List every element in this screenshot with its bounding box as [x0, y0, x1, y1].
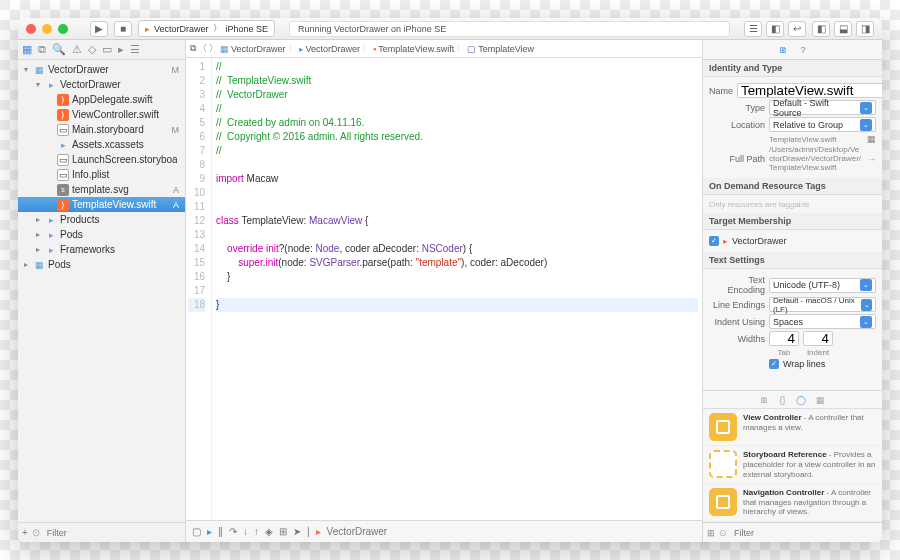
editor-area: ⧉ 〈 〉 ▦VectorDrawer〉 ▸VectorDrawer〉 ▪Tem… — [186, 40, 702, 542]
tree-row[interactable]: ⟩TemplateView.swiftA — [18, 197, 185, 212]
report-nav-icon[interactable]: ☰ — [130, 43, 140, 56]
name-input[interactable] — [737, 83, 882, 98]
media-library-icon[interactable]: ▦ — [816, 395, 825, 405]
step-over-icon[interactable]: ↷ — [229, 526, 237, 537]
back-icon[interactable]: 〈 — [198, 42, 207, 55]
editor-assistant-icon[interactable]: ◧ — [766, 21, 784, 37]
grid-icon[interactable]: ⊞ — [707, 528, 715, 538]
library-bottom: ⊞ ⊙ — [703, 522, 882, 542]
tree-row[interactable]: ▸▸Frameworks — [18, 242, 185, 257]
code-editor[interactable]: 123456789101112131415161718 // // Templa… — [186, 58, 702, 520]
folder-icon[interactable]: ▦ — [867, 134, 876, 144]
target-checkbox[interactable]: ✓ — [709, 236, 719, 246]
symbol-nav-icon[interactable]: ⧉ — [38, 43, 46, 56]
target-header: Target Membership — [703, 213, 882, 230]
file-template-icon[interactable]: 🗎 — [760, 395, 769, 405]
tree-row[interactable]: ▾▸VectorDrawer — [18, 77, 185, 92]
editor-version-icon[interactable]: ↩ — [788, 21, 806, 37]
ondemand-header: On Demand Resource Tags — [703, 178, 882, 195]
bp-nav-icon[interactable]: ▸ — [118, 43, 124, 56]
add-icon[interactable]: + — [22, 527, 28, 538]
indent-width-input[interactable] — [803, 331, 833, 346]
filter-icon[interactable]: ⊙ — [719, 528, 727, 538]
encoding-select[interactable]: Unicode (UTF-8)⌄ — [769, 278, 876, 293]
lib-filter-input[interactable] — [731, 525, 878, 540]
encoding-label: Text Encoding — [709, 275, 765, 295]
object-library-icon[interactable]: ◯ — [796, 395, 806, 405]
debug-target[interactable]: VectorDrawer — [327, 526, 388, 537]
stop-button[interactable]: ■ — [114, 21, 132, 37]
code-snippet-icon[interactable]: {} — [779, 395, 785, 405]
location-icon[interactable]: ➤ — [293, 526, 301, 537]
indent-select[interactable]: Spaces⌄ — [769, 314, 876, 329]
project-nav-icon[interactable]: ▦ — [22, 43, 32, 56]
help-insp-icon[interactable]: ? — [800, 45, 805, 55]
toggle-insp-icon[interactable]: ◨ — [856, 21, 874, 37]
toggle-nav-icon[interactable]: ◧ — [812, 21, 830, 37]
close-icon[interactable] — [26, 24, 36, 34]
step-out-icon[interactable]: ↑ — [254, 526, 259, 537]
tree-row[interactable]: ▸Assets.xcassets — [18, 137, 185, 152]
arrow-icon[interactable]: → — [867, 154, 876, 164]
project-tree[interactable]: ▾▦VectorDrawerM▾▸VectorDrawer⟩AppDelegat… — [18, 60, 185, 522]
wrap-label: Wrap lines — [783, 359, 825, 369]
tree-row[interactable]: ▭LaunchScreen.storyboard — [18, 152, 185, 167]
jump-seg-3[interactable]: TemplateView — [478, 44, 534, 54]
tree-row[interactable]: ▾▦VectorDrawerM — [18, 62, 185, 77]
type-label: Type — [709, 103, 765, 113]
type-select[interactable]: Default - Swift Source⌄ — [769, 100, 876, 115]
main-area: ▦ ⧉ 🔍 ⚠ ◇ ▭ ▸ ☰ ▾▦VectorDrawerM▾▸VectorD… — [18, 40, 882, 542]
step-in-icon[interactable]: ↓ — [243, 526, 248, 537]
toggle-debug-icon[interactable]: ⬓ — [834, 21, 852, 37]
fullpath-label: Full Path — [709, 154, 765, 164]
wrap-checkbox[interactable]: ✓ — [769, 359, 779, 369]
zoom-icon[interactable] — [58, 24, 68, 34]
file-insp-icon[interactable]: 🗎 — [779, 45, 788, 55]
toggle-debug-icon[interactable]: ▢ — [192, 526, 201, 537]
tree-row[interactable]: stemplate.svgA — [18, 182, 185, 197]
library-item[interactable]: Storyboard Reference - Provides a placeh… — [703, 446, 882, 484]
tab-width-input[interactable] — [769, 331, 799, 346]
library-item[interactable]: Navigation Controller - A controller tha… — [703, 484, 882, 522]
library-tabs: 🗎 {} ◯ ▦ — [703, 391, 882, 409]
tree-row[interactable]: ▸▸Pods — [18, 227, 185, 242]
run-button[interactable]: ▶ — [90, 21, 108, 37]
minimize-icon[interactable] — [42, 24, 52, 34]
scheme-selector[interactable]: ▸ VectorDrawer 〉 iPhone SE — [138, 20, 275, 37]
navigator-tabs: ▦ ⧉ 🔍 ⚠ ◇ ▭ ▸ ☰ — [18, 40, 185, 60]
scheme-target: VectorDrawer — [154, 24, 209, 34]
forward-icon[interactable]: 〉 — [209, 42, 218, 55]
library-item[interactable]: View Controller - A controller that mana… — [703, 409, 882, 446]
find-nav-icon[interactable]: 🔍 — [52, 43, 66, 56]
lineend-select[interactable]: Default - macOS / Unix (LF)⌄ — [769, 297, 876, 312]
debug-hierarchy-icon[interactable]: ◈ — [265, 526, 273, 537]
issue-nav-icon[interactable]: ⚠ — [72, 43, 82, 56]
navigator-bottom: + ⊙ — [18, 522, 185, 542]
tree-row[interactable]: ▭Info.plist — [18, 167, 185, 182]
target-item: VectorDrawer — [732, 236, 787, 246]
test-nav-icon[interactable]: ◇ — [88, 43, 96, 56]
jump-seg-1[interactable]: VectorDrawer — [306, 44, 361, 54]
code-lines[interactable]: // // TemplateView.swift // VectorDrawer… — [212, 58, 702, 520]
jump-seg-2[interactable]: TemplateView.swift — [378, 44, 454, 54]
jump-seg-0[interactable]: VectorDrawer — [231, 44, 286, 54]
nav-filter-input[interactable] — [44, 525, 181, 540]
tree-row[interactable]: ⟩ViewController.swift — [18, 107, 185, 122]
memory-icon[interactable]: ⊞ — [279, 526, 287, 537]
breakpoints-icon[interactable]: ▸ — [207, 526, 212, 537]
editor-standard-icon[interactable]: ☰ — [744, 21, 762, 37]
location-select[interactable]: Relative to Group⌄ — [769, 117, 876, 132]
tree-row[interactable]: ▸▸Products — [18, 212, 185, 227]
tree-row[interactable]: ⟩AppDelegate.swift — [18, 92, 185, 107]
jump-bar[interactable]: ⧉ 〈 〉 ▦VectorDrawer〉 ▸VectorDrawer〉 ▪Tem… — [186, 40, 702, 58]
debug-nav-icon[interactable]: ▭ — [102, 43, 112, 56]
continue-icon[interactable]: ‖ — [218, 526, 223, 537]
tree-row[interactable]: ▸▦Pods — [18, 257, 185, 272]
debug-bar: ▢ ▸ ‖ ↷ ↓ ↑ ◈ ⊞ ➤ | ▸ VectorDrawer — [186, 520, 702, 542]
navigator: ▦ ⧉ 🔍 ⚠ ◇ ▭ ▸ ☰ ▾▦VectorDrawerM▾▸VectorD… — [18, 40, 186, 542]
tree-row[interactable]: ▭Main.storyboardM — [18, 122, 185, 137]
activity-status: Running VectorDrawer on iPhone SE — [289, 21, 730, 37]
related-icon[interactable]: ⧉ — [190, 43, 196, 54]
filter-icon[interactable]: ⊙ — [32, 527, 40, 538]
xcode-window: ▶ ■ ▸ VectorDrawer 〉 iPhone SE Running V… — [18, 18, 882, 542]
